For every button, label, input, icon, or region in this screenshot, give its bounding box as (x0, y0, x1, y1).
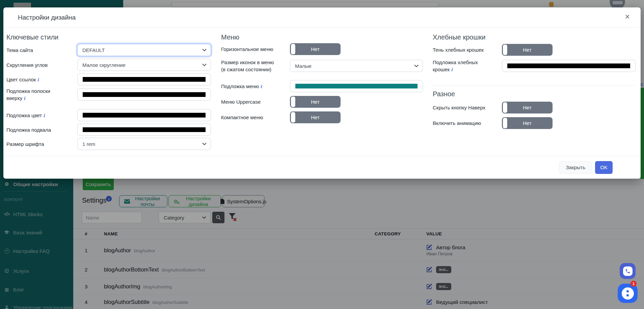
color-swatch (83, 113, 206, 118)
toggle-knob (291, 44, 295, 54)
section-title-menu: Меню (221, 33, 423, 41)
footer-bg-label: Подложка подвала (6, 126, 77, 133)
breadcrumb-shadow-toggle[interactable]: Нет (502, 44, 553, 56)
key-styles-column: Ключевые стили Тема сайта DEFAULT Скругл… (6, 33, 211, 150)
horizontal-menu-label: Горизонтальное меню (220, 46, 290, 53)
toggle-knob (503, 102, 507, 113)
menu-bg-input[interactable] (290, 80, 423, 92)
corner-rounding-label: Скругления углов (6, 61, 77, 69)
modal-footer: Закрыть OK (3, 156, 641, 179)
section-title-key-styles: Ключевые стили (6, 33, 211, 41)
info-icon[interactable]: i (24, 96, 25, 101)
corner-rounding-select[interactable]: Малое скругление (77, 59, 211, 71)
link-color-input[interactable] (77, 73, 211, 85)
info-icon[interactable]: i (261, 84, 262, 89)
modal-title: Настройки дизайна (18, 14, 76, 21)
cancel-button[interactable]: Закрыть (559, 161, 593, 174)
site-theme-select[interactable]: DEFAULT (77, 44, 211, 56)
modal-header: Настройки дизайна × (3, 7, 641, 28)
horizontal-menu-toggle[interactable]: Нет (290, 43, 341, 55)
footer-bg-input[interactable] (77, 124, 211, 136)
breadcrumbs-column: Хлебные крошки Тень хлебных крошек Нет П… (432, 33, 636, 129)
section-divider (432, 85, 636, 85)
section-title-breadcrumbs: Хлебные крошки (433, 33, 636, 41)
font-size-label: Размер шрифта (6, 140, 77, 148)
menu-icon-size-label: Размер иконок в меню (221, 59, 274, 65)
toggle-knob (291, 112, 295, 123)
info-icon[interactable]: i (37, 77, 39, 82)
menu-uppercase-toggle[interactable]: Нет (290, 96, 341, 108)
hide-top-button-toggle[interactable]: Нет (502, 102, 553, 113)
site-theme-label: Тема сайта (6, 47, 77, 54)
design-settings-modal: Настройки дизайна × Ключевые стили Тема … (3, 7, 641, 179)
bg-color-label: Подложка цвет (6, 112, 42, 118)
toggle-knob (503, 45, 507, 55)
font-size-select[interactable]: 1 rem (77, 138, 211, 150)
menu-uppercase-label: Меню Uppercase (220, 98, 290, 105)
menu-bg-label: Подложка меню (221, 83, 259, 89)
link-color-label: Цвет ссылок (6, 77, 36, 82)
color-swatch (507, 63, 630, 68)
top-strip-bg-input[interactable] (77, 88, 211, 101)
section-title-misc: Разное (433, 90, 636, 98)
menu-icon-size-select[interactable]: Малые (290, 60, 423, 72)
enable-animation-label: Включить анимацию (432, 120, 502, 127)
enable-animation-toggle[interactable]: Нет (502, 117, 553, 129)
bg-color-input[interactable] (77, 109, 211, 121)
color-swatch (295, 84, 418, 88)
color-swatch (83, 77, 206, 82)
close-icon[interactable]: × (623, 12, 632, 21)
breadcrumb-bg-input[interactable] (502, 60, 636, 72)
menu-column: Меню Горизонтальное меню Нет Размер икон… (220, 33, 423, 123)
color-swatch (83, 127, 206, 132)
info-icon[interactable]: i (44, 113, 45, 118)
toggle-knob (291, 97, 295, 107)
hide-top-button-label: Скрыть кнопку Наверх (432, 104, 502, 111)
color-swatch (83, 92, 206, 97)
breadcrumb-bg-label: Подложка хлебных (433, 59, 478, 65)
compact-menu-label: Компактное меню (220, 114, 290, 121)
info-icon[interactable]: i (451, 67, 453, 72)
top-strip-bg-label: Подложка полоски (6, 88, 50, 94)
ok-button[interactable]: OK (595, 161, 613, 174)
compact-menu-toggle[interactable]: Нет (290, 111, 341, 123)
breadcrumb-shadow-label: Тень хлебных крошек (432, 46, 502, 53)
chat-button[interactable] (618, 284, 638, 303)
chat-icon (622, 287, 634, 300)
phone-icon (623, 266, 633, 276)
chat-badge: 1 (630, 281, 637, 287)
toggle-knob (503, 118, 507, 128)
viber-button[interactable] (620, 263, 636, 279)
